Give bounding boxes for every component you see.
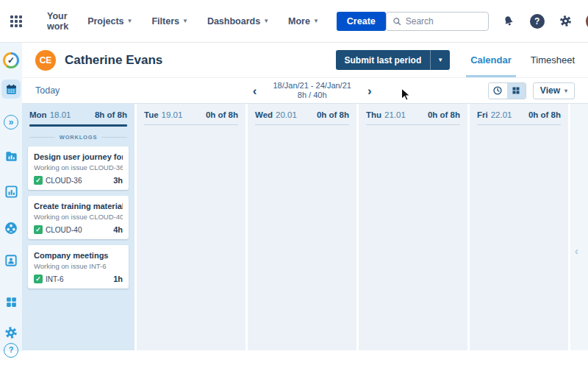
chevron-down-icon: ▾: [564, 88, 567, 94]
teams-globe-icon: [4, 221, 18, 236]
day-header: Tue19.01 0h of 8h: [137, 104, 245, 119]
task-check-icon: ✓: [34, 275, 43, 283]
tempo-logo-icon: ✓: [2, 52, 20, 69]
sidebar-item-reports[interactable]: [2, 147, 20, 165]
sidebar-item-apps[interactable]: [2, 293, 20, 311]
day-progress-bar: [477, 124, 561, 125]
collapse-chevron-icon[interactable]: ‹: [575, 245, 578, 257]
calendar-grid: Mon18.01 8h of 8h WORKLOGS Design user j…: [22, 104, 588, 350]
calendar-icon: [5, 83, 18, 96]
apps-grid-icon: [5, 296, 18, 308]
clock-icon: [492, 85, 503, 96]
help-button[interactable]: ?: [2, 342, 20, 359]
view-dropdown[interactable]: View ▾: [533, 82, 575, 99]
person-card-icon: [4, 254, 18, 267]
submit-dropdown-caret[interactable]: ▼: [431, 50, 450, 70]
day-column-thursday[interactable]: Thu21.01 0h of 8h: [359, 104, 467, 350]
period-navigation: ‹ 18/Jan/21 - 24/Jan/21 8h / 40h ›: [253, 78, 372, 103]
next-period-button[interactable]: ›: [368, 85, 372, 97]
question-icon: ?: [4, 343, 18, 358]
chevron-down-icon: ▼: [263, 18, 269, 24]
day-header: Mon18.01 8h of 8h: [22, 104, 135, 119]
calendar-toolbar: Today ‹ 18/Jan/21 - 24/Jan/21 8h / 40h ›: [22, 78, 588, 104]
sidebar-item-calendar[interactable]: [1, 79, 21, 99]
left-sidebar: ✓ »: [0, 43, 22, 351]
tab-calendar[interactable]: Calendar: [470, 43, 512, 77]
user-header: CE Catherine Evans Submit last period ▼ …: [22, 43, 588, 78]
worklog-duration: 1h: [113, 275, 123, 283]
sidebar-item-teams[interactable]: [2, 219, 20, 237]
worklog-card[interactable]: Design user journey for... Working on is…: [28, 146, 129, 190]
double-chevron-right-icon: »: [4, 115, 18, 130]
chevron-down-icon: ▼: [127, 18, 133, 24]
view-tabs: Calendar Timesheet: [470, 43, 575, 77]
day-column-friday[interactable]: Fri22.01 0h of 8h: [470, 104, 568, 350]
app-switcher-icon[interactable]: [10, 15, 22, 27]
gear-icon: [4, 325, 18, 340]
main-content: CE Catherine Evans Submit last period ▼ …: [22, 43, 588, 350]
submit-last-period-button[interactable]: Submit last period ▼: [336, 50, 451, 70]
chevron-down-icon: ▼: [313, 18, 319, 24]
help-icon[interactable]: ?: [528, 13, 546, 30]
nav-filters[interactable]: Filters▼: [151, 16, 187, 26]
worklog-duration: 3h: [113, 176, 123, 185]
page-title: Catherine Evans: [65, 53, 162, 68]
day-header: Thu21.01 0h of 8h: [359, 104, 467, 119]
day-progress-bar: [29, 124, 127, 127]
nav-menu: Your work Projects▼ Filters▼ Dashboards▼…: [47, 11, 319, 32]
search-icon: [392, 17, 401, 26]
issue-key: CLOUD-40: [46, 226, 82, 234]
time-view-button[interactable]: [489, 83, 507, 99]
user-initials-avatar[interactable]: CE: [35, 50, 56, 71]
grid-view-button[interactable]: [507, 83, 526, 99]
folder-chart-icon: [4, 149, 18, 163]
day-header: Fri22.01 0h of 8h: [470, 104, 568, 119]
day-progress-bar: [366, 124, 460, 125]
worklog-duration: 4h: [113, 225, 123, 234]
worklog-card[interactable]: Create training material Working on issu…: [28, 196, 129, 239]
top-navigation: Your work Projects▼ Filters▼ Dashboards▼…: [0, 0, 588, 43]
sidebar-item-accounts[interactable]: [2, 252, 20, 269]
bar-chart-icon: [4, 185, 18, 199]
nav-your-work[interactable]: Your work: [47, 11, 68, 32]
nav-dashboards[interactable]: Dashboards▼: [207, 16, 269, 26]
search-input[interactable]: [386, 12, 489, 31]
day-progress-bar: [144, 124, 238, 125]
sidebar-item-settings[interactable]: [2, 324, 20, 342]
nav-projects[interactable]: Projects▼: [87, 16, 132, 26]
create-button[interactable]: Create: [337, 12, 386, 31]
search-field[interactable]: [406, 16, 479, 26]
nav-more[interactable]: More▼: [288, 16, 319, 26]
tab-timesheet[interactable]: Timesheet: [531, 43, 575, 77]
day-column-wednesday[interactable]: Wed20.01 0h of 8h: [248, 104, 356, 350]
weekend-column-peek: ‹: [570, 104, 588, 350]
view-mode-switch: [488, 82, 526, 99]
issue-key: INT-6: [46, 275, 63, 283]
day-column-monday[interactable]: Mon18.01 8h of 8h WORKLOGS Design user j…: [22, 104, 135, 350]
previous-period-button[interactable]: ‹: [253, 85, 257, 97]
period-label: 18/Jan/21 - 24/Jan/21 8h / 40h: [273, 81, 351, 100]
settings-gear-icon[interactable]: [557, 13, 575, 30]
issue-key: CLOUD-36: [46, 177, 82, 185]
day-header: Wed20.01 0h of 8h: [248, 104, 356, 119]
chevron-down-icon: ▼: [182, 18, 188, 24]
task-check-icon: ✓: [34, 176, 43, 185]
task-check-icon: ✓: [34, 225, 43, 234]
grid-icon: [512, 86, 520, 95]
today-button[interactable]: Today: [35, 85, 60, 96]
worklog-card[interactable]: Company meetings Working on issue INT-6 …: [28, 245, 129, 289]
app-window: Your work Projects▼ Filters▼ Dashboards▼…: [0, 0, 588, 368]
notifications-bell-icon[interactable]: [500, 13, 517, 30]
day-progress-bar: [255, 124, 349, 125]
period-hours: 8h / 40h: [273, 91, 351, 100]
period-range: 18/Jan/21 - 24/Jan/21: [273, 81, 351, 91]
sidebar-expand-button[interactable]: »: [2, 113, 20, 131]
sidebar-item-charts[interactable]: [2, 183, 20, 200]
worklogs-divider: WORKLOGS: [29, 134, 127, 141]
day-column-tuesday[interactable]: Tue19.01 0h of 8h: [137, 104, 245, 350]
